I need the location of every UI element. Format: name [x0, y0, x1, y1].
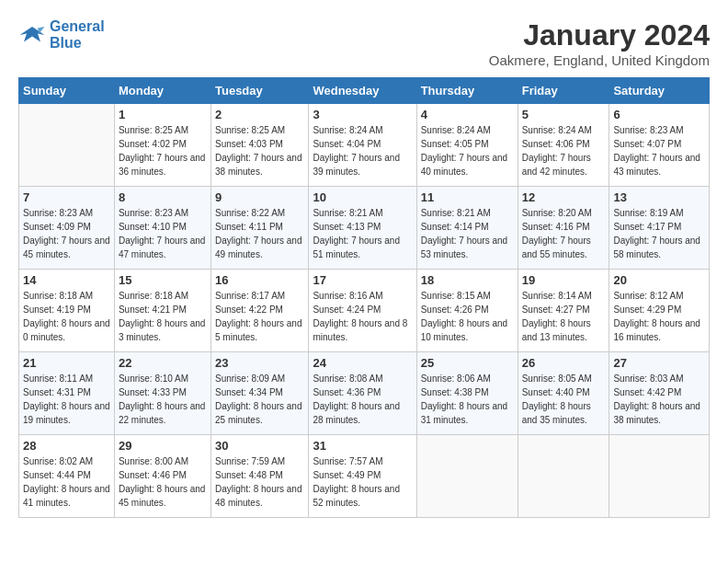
calendar-cell: 20Sunrise: 8:12 AMSunset: 4:29 PMDayligh…: [609, 270, 710, 352]
day-number: 22: [119, 356, 207, 370]
day-info: Sunrise: 8:10 AMSunset: 4:33 PMDaylight:…: [119, 372, 207, 427]
day-info: Sunrise: 8:00 AMSunset: 4:46 PMDaylight:…: [119, 454, 207, 510]
calendar-subtitle: Oakmere, England, United Kingdom: [489, 52, 710, 68]
calendar-cell: 9Sunrise: 8:22 AMSunset: 4:11 PMDaylight…: [210, 187, 308, 270]
calendar-cell: [609, 435, 710, 518]
day-number: 11: [421, 190, 514, 204]
day-number: 6: [613, 108, 705, 121]
calendar-cell: 30Sunrise: 7:59 AMSunset: 4:48 PMDayligh…: [210, 435, 308, 518]
day-number: 19: [522, 273, 606, 287]
calendar-cell: 6Sunrise: 8:23 AMSunset: 4:07 PMDaylight…: [609, 104, 710, 187]
day-number: 21: [23, 356, 110, 370]
day-number: 14: [23, 273, 110, 287]
day-number: 9: [215, 190, 304, 204]
calendar-cell: 8Sunrise: 8:23 AMSunset: 4:10 PMDaylight…: [114, 187, 210, 270]
calendar-cell: 15Sunrise: 8:18 AMSunset: 4:21 PMDayligh…: [114, 270, 210, 352]
day-number: 30: [215, 439, 304, 453]
day-info: Sunrise: 8:25 AMSunset: 4:02 PMDaylight:…: [119, 123, 207, 178]
day-number: 23: [215, 356, 304, 370]
title-section: January 2024 Oakmere, England, United Ki…: [489, 18, 710, 68]
week-row-1: 1Sunrise: 8:25 AMSunset: 4:02 PMDaylight…: [19, 104, 710, 187]
column-header-wednesday: Wednesday: [309, 78, 416, 104]
day-number: 25: [421, 356, 514, 370]
column-header-sunday: Sunday: [19, 78, 115, 104]
calendar-cell: 23Sunrise: 8:09 AMSunset: 4:34 PMDayligh…: [210, 352, 308, 435]
day-info: Sunrise: 8:18 AMSunset: 4:21 PMDaylight:…: [119, 289, 207, 344]
calendar-cell: 26Sunrise: 8:05 AMSunset: 4:40 PMDayligh…: [518, 352, 609, 435]
day-number: 4: [421, 108, 514, 121]
day-info: Sunrise: 8:02 AMSunset: 4:44 PMDaylight:…: [23, 454, 110, 510]
day-number: 29: [119, 439, 207, 453]
calendar-cell: 25Sunrise: 8:06 AMSunset: 4:38 PMDayligh…: [416, 352, 518, 435]
week-row-2: 7Sunrise: 8:23 AMSunset: 4:09 PMDaylight…: [19, 187, 710, 270]
day-info: Sunrise: 8:21 AMSunset: 4:13 PMDaylight:…: [313, 206, 412, 261]
day-number: 10: [313, 190, 412, 204]
calendar-cell: 21Sunrise: 8:11 AMSunset: 4:31 PMDayligh…: [19, 352, 115, 435]
day-info: Sunrise: 8:09 AMSunset: 4:34 PMDaylight:…: [215, 372, 304, 427]
week-row-4: 21Sunrise: 8:11 AMSunset: 4:31 PMDayligh…: [19, 352, 710, 435]
day-info: Sunrise: 8:05 AMSunset: 4:40 PMDaylight:…: [522, 372, 606, 427]
calendar-cell: 14Sunrise: 8:18 AMSunset: 4:19 PMDayligh…: [19, 270, 115, 352]
day-info: Sunrise: 8:24 AMSunset: 4:06 PMDaylight:…: [522, 123, 606, 178]
day-info: Sunrise: 8:25 AMSunset: 4:03 PMDaylight:…: [215, 123, 304, 178]
day-number: 31: [313, 439, 412, 453]
day-number: 8: [119, 190, 207, 204]
day-info: Sunrise: 8:23 AMSunset: 4:09 PMDaylight:…: [23, 206, 110, 261]
column-header-tuesday: Tuesday: [210, 78, 308, 104]
day-info: Sunrise: 8:20 AMSunset: 4:16 PMDaylight:…: [522, 206, 606, 261]
day-number: 13: [613, 190, 705, 204]
day-info: Sunrise: 8:15 AMSunset: 4:26 PMDaylight:…: [421, 289, 514, 344]
day-info: Sunrise: 8:24 AMSunset: 4:05 PMDaylight:…: [421, 123, 514, 178]
calendar-cell: 11Sunrise: 8:21 AMSunset: 4:14 PMDayligh…: [416, 187, 518, 270]
logo: General Blue: [18, 18, 105, 52]
calendar-cell: [518, 435, 609, 518]
calendar-cell: 24Sunrise: 8:08 AMSunset: 4:36 PMDayligh…: [309, 352, 416, 435]
day-info: Sunrise: 7:57 AMSunset: 4:49 PMDaylight:…: [313, 454, 412, 510]
day-number: 16: [215, 273, 304, 287]
day-info: Sunrise: 8:11 AMSunset: 4:31 PMDaylight:…: [23, 372, 110, 427]
day-info: Sunrise: 8:12 AMSunset: 4:29 PMDaylight:…: [613, 289, 705, 344]
column-header-saturday: Saturday: [609, 78, 710, 104]
calendar-title: January 2024: [489, 18, 710, 52]
day-number: 5: [522, 108, 606, 121]
day-number: 27: [613, 356, 705, 370]
column-header-monday: Monday: [114, 78, 210, 104]
calendar-cell: 13Sunrise: 8:19 AMSunset: 4:17 PMDayligh…: [609, 187, 710, 270]
day-info: Sunrise: 8:22 AMSunset: 4:11 PMDaylight:…: [215, 206, 304, 261]
column-header-friday: Friday: [518, 78, 609, 104]
day-number: 24: [313, 356, 412, 370]
day-number: 18: [421, 273, 514, 287]
day-number: 28: [23, 439, 110, 453]
day-number: 20: [613, 273, 705, 287]
day-info: Sunrise: 8:23 AMSunset: 4:10 PMDaylight:…: [119, 206, 207, 261]
calendar-cell: 22Sunrise: 8:10 AMSunset: 4:33 PMDayligh…: [114, 352, 210, 435]
day-number: 7: [23, 190, 110, 204]
calendar-cell: 16Sunrise: 8:17 AMSunset: 4:22 PMDayligh…: [210, 270, 308, 352]
calendar-cell: 28Sunrise: 8:02 AMSunset: 4:44 PMDayligh…: [19, 435, 115, 518]
calendar-cell: [416, 435, 518, 518]
calendar-cell: 1Sunrise: 8:25 AMSunset: 4:02 PMDaylight…: [114, 104, 210, 187]
column-header-thursday: Thursday: [416, 78, 518, 104]
calendar-cell: 2Sunrise: 8:25 AMSunset: 4:03 PMDaylight…: [210, 104, 308, 187]
calendar-cell: 5Sunrise: 8:24 AMSunset: 4:06 PMDaylight…: [518, 104, 609, 187]
day-info: Sunrise: 7:59 AMSunset: 4:48 PMDaylight:…: [215, 454, 304, 510]
week-row-5: 28Sunrise: 8:02 AMSunset: 4:44 PMDayligh…: [19, 435, 710, 518]
calendar-cell: 18Sunrise: 8:15 AMSunset: 4:26 PMDayligh…: [416, 270, 518, 352]
day-number: 2: [215, 108, 304, 121]
calendar-header-row: SundayMondayTuesdayWednesdayThursdayFrid…: [19, 78, 710, 104]
calendar-table: SundayMondayTuesdayWednesdayThursdayFrid…: [18, 77, 710, 518]
day-info: Sunrise: 8:19 AMSunset: 4:17 PMDaylight:…: [613, 206, 705, 261]
calendar-cell: 19Sunrise: 8:14 AMSunset: 4:27 PMDayligh…: [518, 270, 609, 352]
day-number: 17: [313, 273, 412, 287]
calendar-cell: 29Sunrise: 8:00 AMSunset: 4:46 PMDayligh…: [114, 435, 210, 518]
calendar-cell: [19, 104, 115, 187]
calendar-cell: 4Sunrise: 8:24 AMSunset: 4:05 PMDaylight…: [416, 104, 518, 187]
calendar-cell: 31Sunrise: 7:57 AMSunset: 4:49 PMDayligh…: [309, 435, 416, 518]
day-info: Sunrise: 8:18 AMSunset: 4:19 PMDaylight:…: [23, 289, 110, 344]
page-header: General Blue January 2024 Oakmere, Engla…: [18, 18, 710, 68]
day-info: Sunrise: 8:14 AMSunset: 4:27 PMDaylight:…: [522, 289, 606, 344]
logo-text: General Blue: [50, 18, 105, 52]
day-info: Sunrise: 8:16 AMSunset: 4:24 PMDaylight:…: [313, 289, 412, 344]
calendar-cell: 17Sunrise: 8:16 AMSunset: 4:24 PMDayligh…: [309, 270, 416, 352]
calendar-cell: 10Sunrise: 8:21 AMSunset: 4:13 PMDayligh…: [309, 187, 416, 270]
